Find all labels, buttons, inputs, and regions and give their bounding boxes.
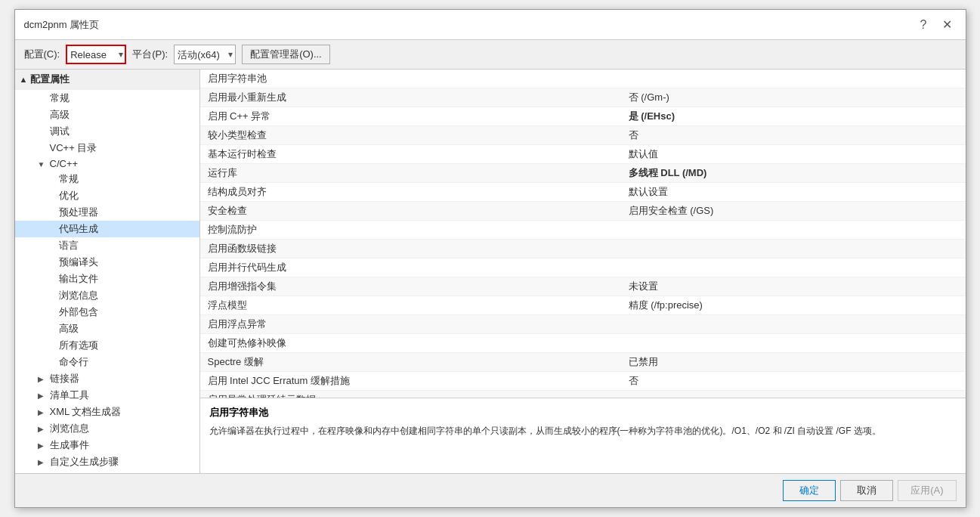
property-name: 启用并行代码生成 bbox=[200, 258, 621, 277]
property-value bbox=[621, 240, 966, 258]
property-value: 精度 (/fp:precise) bbox=[621, 296, 966, 315]
table-row[interactable]: 启用 C++ 异常是 (/EHsc) bbox=[200, 107, 966, 126]
property-name: 启用浮点异常 bbox=[200, 315, 621, 334]
table-row[interactable]: Spectre 缓解已禁用 bbox=[200, 353, 966, 372]
config-label: 配置(C): bbox=[24, 48, 60, 61]
sidebar-item-label: 预编译头 bbox=[59, 256, 98, 268]
table-row[interactable]: 启用增强指令集未设置 bbox=[200, 277, 966, 296]
sidebar-item-CPP外部包含[interactable]: 外部包含 bbox=[15, 304, 199, 320]
sidebar-item-label: 浏览信息 bbox=[50, 423, 89, 434]
platform-select[interactable]: 活动(x64)x64x86 bbox=[174, 45, 236, 64]
table-row[interactable]: 浮点模型精度 (/fp:precise) bbox=[200, 296, 966, 315]
sidebar-item-CPP命令行[interactable]: 命令行 bbox=[15, 354, 199, 370]
sidebar-item-CPP预处理器[interactable]: 预处理器 bbox=[15, 204, 199, 221]
ok-button[interactable]: 确定 bbox=[783, 480, 836, 501]
apply-button[interactable]: 应用(A) bbox=[898, 480, 956, 501]
expand-icon: ▶ bbox=[38, 458, 47, 466]
sidebar-item-label: 所有选项 bbox=[59, 339, 98, 351]
table-row[interactable]: 基本运行时检查默认值 bbox=[200, 145, 966, 164]
sidebar-item-调试[interactable]: 调试 bbox=[15, 123, 199, 140]
sidebar-item-高级[interactable]: 高级 bbox=[15, 107, 199, 123]
property-value: 否 bbox=[621, 372, 966, 391]
help-button[interactable]: ? bbox=[916, 17, 932, 33]
sidebar-item-label: 语言 bbox=[59, 240, 79, 251]
sidebar-item-自定义生成步骤[interactable]: ▶自定义生成步骤 bbox=[15, 454, 199, 470]
property-name: 启用字符串池 bbox=[200, 70, 621, 88]
sidebar-item-label: 输出文件 bbox=[59, 273, 98, 284]
table-row[interactable]: 启用函数级链接 bbox=[200, 240, 966, 258]
property-value: 已禁用 bbox=[621, 353, 966, 372]
table-row[interactable]: 启用字符串池 bbox=[200, 70, 966, 88]
sidebar-item-label: 高级 bbox=[59, 323, 79, 334]
sidebar-item-CPP优化[interactable]: 优化 bbox=[15, 187, 199, 204]
property-value bbox=[621, 70, 966, 88]
property-value bbox=[621, 221, 966, 240]
property-value: 否 (/Gm-) bbox=[621, 88, 966, 107]
description-text: 允许编译器在执行过程中，在程序映像和内存中创建相同字符串的单个只读副本，从而生成… bbox=[209, 424, 957, 438]
footer: 确定 取消 应用(A) bbox=[15, 473, 966, 507]
table-row[interactable]: 启用浮点异常 bbox=[200, 315, 966, 334]
table-row[interactable]: 创建可热修补映像 bbox=[200, 334, 966, 353]
table-row[interactable]: 启用异常处理延续元数据 bbox=[200, 391, 966, 398]
sidebar-item-label: VC++ 目录 bbox=[50, 142, 97, 153]
sidebar-item-label: 外部包含 bbox=[59, 306, 98, 317]
toolbar: 配置(C): ReleaseDebug所有配置 平台(P): 活动(x64)x6… bbox=[15, 40, 966, 70]
table-row[interactable]: 控制流防护 bbox=[200, 221, 966, 240]
sidebar-item-清单工具[interactable]: ▶清单工具 bbox=[15, 387, 199, 404]
sidebar-item-label: 调试 bbox=[50, 125, 70, 137]
properties-table: 启用字符串池启用最小重新生成否 (/Gm-)启用 C++ 异常是 (/EHsc)… bbox=[200, 70, 966, 398]
property-name: 启用异常处理延续元数据 bbox=[200, 391, 621, 398]
description-title: 启用字符串池 bbox=[209, 406, 957, 419]
sidebar-item-CPP语言[interactable]: 语言 bbox=[15, 237, 199, 254]
sidebar-item-label: 链接器 bbox=[50, 373, 79, 384]
table-row[interactable]: 结构成员对齐默认设置 bbox=[200, 183, 966, 202]
sidebar-item-label: 优化 bbox=[59, 190, 79, 201]
property-value bbox=[621, 391, 966, 398]
sidebar-item-label: C/C++ bbox=[50, 158, 79, 169]
expand-icon: ▶ bbox=[38, 425, 47, 433]
sidebar-item-浏览信息[interactable]: ▶浏览信息 bbox=[15, 420, 199, 437]
sidebar-item-CPP常规[interactable]: 常规 bbox=[15, 171, 199, 187]
property-value: 否 bbox=[621, 126, 966, 145]
table-row[interactable]: 启用并行代码生成 bbox=[200, 258, 966, 277]
property-value bbox=[621, 315, 966, 334]
sidebar: ▲ 配置属性 常规高级调试VC++ 目录▼C/C++常规优化预处理器代码生成语言… bbox=[15, 70, 200, 473]
table-row[interactable]: 运行库多线程 DLL (/MD) bbox=[200, 164, 966, 183]
property-value bbox=[621, 334, 966, 353]
table-row[interactable]: 安全检查启用安全检查 (/GS) bbox=[200, 202, 966, 221]
table-row[interactable]: 较小类型检查否 bbox=[200, 126, 966, 145]
close-button[interactable]: ✕ bbox=[938, 16, 957, 33]
sidebar-item-CPP[interactable]: ▼C/C++ bbox=[15, 156, 199, 171]
config-manager-button[interactable]: 配置管理器(O)... bbox=[242, 45, 330, 64]
expand-icon: ▶ bbox=[38, 375, 47, 383]
property-name: 浮点模型 bbox=[200, 296, 621, 315]
config-select[interactable]: ReleaseDebug所有配置 bbox=[66, 45, 126, 64]
sidebar-item-label: 常规 bbox=[59, 173, 79, 184]
table-row[interactable]: 启用 Intel JCC Erratum 缓解措施否 bbox=[200, 372, 966, 391]
sidebar-item-链接器[interactable]: ▶链接器 bbox=[15, 370, 199, 387]
sidebar-item-CPP预编译头[interactable]: 预编译头 bbox=[15, 254, 199, 271]
sidebar-item-CPP高级[interactable]: 高级 bbox=[15, 320, 199, 337]
sidebar-item-CPP输出文件[interactable]: 输出文件 bbox=[15, 271, 199, 287]
platform-select-wrapper: 活动(x64)x64x86 bbox=[174, 45, 236, 64]
sidebar-item-label: 预处理器 bbox=[59, 206, 98, 218]
sidebar-item-CPP代码生成[interactable]: 代码生成 bbox=[15, 221, 199, 237]
sidebar-item-VC目录[interactable]: VC++ 目录 bbox=[15, 140, 199, 156]
table-row[interactable]: 启用最小重新生成否 (/Gm-) bbox=[200, 88, 966, 107]
cancel-button[interactable]: 取消 bbox=[840, 480, 893, 501]
property-name: 启用最小重新生成 bbox=[200, 88, 621, 107]
main-panel: 启用字符串池启用最小重新生成否 (/Gm-)启用 C++ 异常是 (/EHsc)… bbox=[200, 70, 966, 473]
sidebar-item-生成事件[interactable]: ▶生成事件 bbox=[15, 437, 199, 454]
sidebar-header-label: 配置属性 bbox=[30, 73, 70, 86]
property-value: 默认值 bbox=[621, 145, 966, 164]
sidebar-item-CPP所有选项[interactable]: 所有选项 bbox=[15, 337, 199, 354]
sidebar-item-CPP浏览信息[interactable]: 浏览信息 bbox=[15, 287, 199, 304]
collapse-icon: ▲ bbox=[20, 75, 28, 84]
sidebar-item-常规[interactable]: 常规 bbox=[15, 90, 199, 107]
tree-container: 常规高级调试VC++ 目录▼C/C++常规优化预处理器代码生成语言预编译头输出文… bbox=[15, 90, 199, 470]
config-select-wrapper: ReleaseDebug所有配置 bbox=[66, 45, 126, 64]
sidebar-item-XML文档生成器[interactable]: ▶XML 文档生成器 bbox=[15, 404, 199, 420]
property-name: 启用 C++ 异常 bbox=[200, 107, 621, 126]
expand-icon: ▶ bbox=[38, 392, 47, 400]
property-name: 控制流防护 bbox=[200, 221, 621, 240]
